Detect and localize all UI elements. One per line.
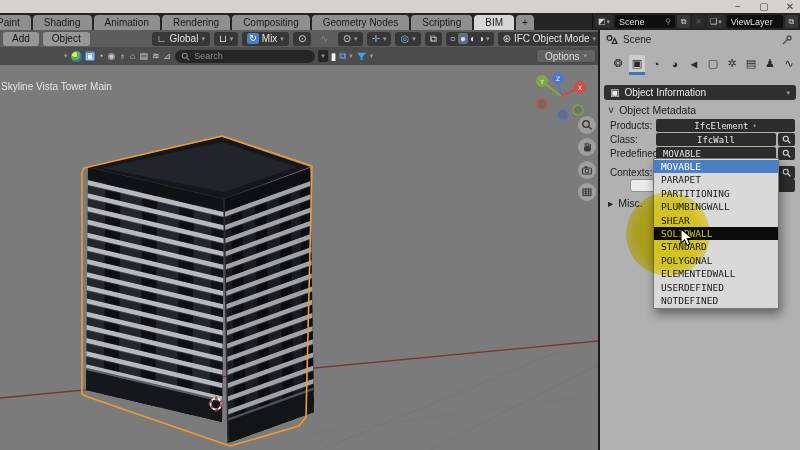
- workspace-tabs: PaintShadingAnimationRenderingCompositin…: [0, 15, 534, 30]
- menu-item[interactable]: NOTDEFINED: [654, 294, 778, 307]
- object-metadata-section-header[interactable]: ˅ Object Metadata: [608, 104, 696, 116]
- rendered-shading-icon[interactable]: ◑: [478, 33, 484, 44]
- filter-toggle-icon[interactable]: ▤: [139, 51, 150, 61]
- filter-toggle-icon[interactable]: ◔: [97, 51, 104, 61]
- bookmark-icon[interactable]: ▮: [331, 51, 337, 62]
- material-preview-ball-icon[interactable]: [71, 51, 82, 62]
- mouse-cursor: [680, 228, 695, 249]
- camera-view-button[interactable]: [578, 161, 596, 179]
- zoom-button[interactable]: [578, 116, 596, 134]
- gizmo-toggle[interactable]: ✛ ▾: [367, 32, 392, 46]
- menu-item[interactable]: PARAPET: [654, 173, 778, 186]
- menu-item[interactable]: SHEAR: [654, 214, 778, 227]
- menu-item[interactable]: POLYGONAL: [654, 254, 778, 267]
- extra-action-button[interactable]: [778, 179, 795, 192]
- contexts-search-button[interactable]: [778, 166, 795, 179]
- workspace-tab[interactable]: Animation: [94, 15, 160, 30]
- props-tab-structure[interactable]: ✲: [724, 55, 740, 75]
- filter-toggle-icon[interactable]: ⌂: [129, 51, 136, 61]
- filter-toggle-icon[interactable]: ◉: [106, 51, 116, 61]
- misc-section-header[interactable]: ▸ Misc.: [608, 197, 643, 209]
- menu-item[interactable]: MOVABLE: [654, 160, 778, 173]
- xray-toggle[interactable]: ⧉: [425, 32, 442, 46]
- search-input[interactable]: Search: [175, 50, 315, 63]
- properties-tabs: ❂▣◔◕◄▢✲▤♟∿: [610, 55, 797, 75]
- filter-toggle-icon[interactable]: ⊿: [163, 51, 173, 61]
- workspace-tab[interactable]: BIM: [474, 15, 514, 30]
- filter-funnel-icon[interactable]: [356, 51, 367, 62]
- blend-mode-dropdown[interactable]: ↻ Mix ▾: [242, 32, 289, 46]
- filter-collapse-chevron[interactable]: ▾: [64, 52, 68, 60]
- proportional-editing-toggle[interactable]: ⊙: [293, 32, 311, 46]
- blender-window: − ▢ ✕ PaintShadingAnimationRenderingComp…: [0, 0, 800, 450]
- transform-orientation-dropdown[interactable]: ∟ Global ▾: [152, 32, 210, 46]
- class-label: Class:: [610, 134, 656, 145]
- workspace-tab[interactable]: +: [516, 15, 534, 30]
- solid-shading-icon[interactable]: ●: [458, 33, 468, 44]
- scene-delete-button[interactable]: ✕: [692, 15, 705, 28]
- pin-icon[interactable]: ⚲: [665, 17, 671, 26]
- menu-item[interactable]: USERDEFINED: [654, 281, 778, 294]
- mode-icon: ⊛: [503, 33, 511, 44]
- props-tab-collaboration[interactable]: ♟: [762, 55, 778, 75]
- menu-item[interactable]: ELEMENTEDWALL: [654, 267, 778, 280]
- perspective-toggle-button[interactable]: [578, 183, 596, 201]
- predefined-type-label: Predefined...: [610, 148, 656, 159]
- display-mode-icon[interactable]: ⧉: [339, 50, 346, 62]
- 3d-viewport[interactable]: Skyline Vista Tower Main X Y Z: [0, 65, 599, 450]
- filter-toggle-icon[interactable]: ≋: [151, 51, 161, 61]
- scene-selector[interactable]: Scene ⚲: [615, 15, 675, 28]
- active-object-label: Skyline Vista Tower Main: [1, 81, 112, 92]
- class-dropdown[interactable]: IfcWall: [656, 133, 776, 146]
- maximize-button[interactable]: ▢: [758, 0, 770, 13]
- minimize-button[interactable]: −: [732, 0, 744, 13]
- props-tab-quality[interactable]: ∿: [781, 55, 797, 75]
- products-dropdown[interactable]: IfcElement▾: [656, 119, 795, 132]
- workspace-tab[interactable]: Scripting: [411, 15, 472, 30]
- props-tab-drawings[interactable]: ▢: [705, 55, 721, 75]
- props-tab-output[interactable]: ▤: [743, 55, 759, 75]
- props-tab-geometry[interactable]: ◔: [648, 55, 664, 75]
- class-search-button[interactable]: [778, 133, 795, 146]
- proportional-icon: ⊙: [298, 33, 306, 44]
- menu-item[interactable]: STANDARD: [654, 240, 778, 253]
- workspace-tab[interactable]: Geometry Nodes: [312, 15, 410, 30]
- props-tab-materials[interactable]: ◕: [667, 55, 683, 75]
- viewlayer-datablock-icon[interactable]: ❏▾: [707, 15, 725, 28]
- filter-toggle-icon[interactable]: ♁: [118, 51, 127, 61]
- scene-copy-button[interactable]: ⧉: [677, 15, 690, 28]
- predefined-search-button[interactable]: [778, 147, 795, 160]
- mode-dropdown[interactable]: ⊛ IFC Object Mode ▾: [498, 32, 602, 46]
- material-shading-icon[interactable]: ◐: [470, 33, 476, 44]
- props-tab-project-overview[interactable]: ❂: [610, 55, 626, 75]
- pan-hand-button[interactable]: [578, 138, 596, 156]
- contexts-label: Contexts:: [610, 167, 656, 178]
- workspace-tab[interactable]: Shading: [33, 15, 92, 30]
- workspace-tab[interactable]: Paint: [0, 15, 31, 30]
- snap-dropdown[interactable]: ⊔ ▾: [214, 32, 238, 46]
- object-menu-button[interactable]: Object: [43, 32, 90, 46]
- menu-item[interactable]: PLUMBINGWALL: [654, 200, 778, 213]
- filter-toggle-icon[interactable]: ▣: [85, 51, 96, 61]
- topbar: PaintShadingAnimationRenderingCompositin…: [0, 13, 800, 30]
- visibility-dropdown[interactable]: ⊙ ▾: [338, 32, 363, 46]
- scene-datablock-icon[interactable]: ◩▾: [595, 15, 613, 28]
- search-options-chevron[interactable]: ▾: [318, 50, 328, 62]
- wireframe-shading-icon[interactable]: ○: [450, 33, 456, 44]
- close-button[interactable]: ✕: [784, 0, 796, 13]
- panel-category-dropdown[interactable]: ▣ Object Information ▾: [604, 85, 796, 100]
- viewlayer-selector[interactable]: ViewLayer: [727, 15, 783, 28]
- viewlayer-copy-button[interactable]: ⧉: [785, 15, 798, 28]
- pin-id-icon[interactable]: [781, 35, 792, 48]
- falloff-dropdown[interactable]: ∿: [315, 32, 333, 46]
- props-tab-object-information[interactable]: ▣: [629, 55, 645, 75]
- workspace-tab[interactable]: Compositing: [232, 15, 310, 30]
- options-button[interactable]: Options▾: [536, 49, 596, 63]
- menu-item[interactable]: PARTITIONING: [654, 187, 778, 200]
- overlays-toggle[interactable]: ◎ ▾: [395, 32, 420, 46]
- neg-y-axis-handle: [573, 105, 583, 115]
- props-tab-services[interactable]: ◄: [686, 55, 702, 75]
- add-menu-button[interactable]: Add: [3, 32, 39, 46]
- workspace-tab[interactable]: Rendering: [162, 15, 230, 30]
- menu-item[interactable]: SOLIDWALL: [654, 227, 778, 240]
